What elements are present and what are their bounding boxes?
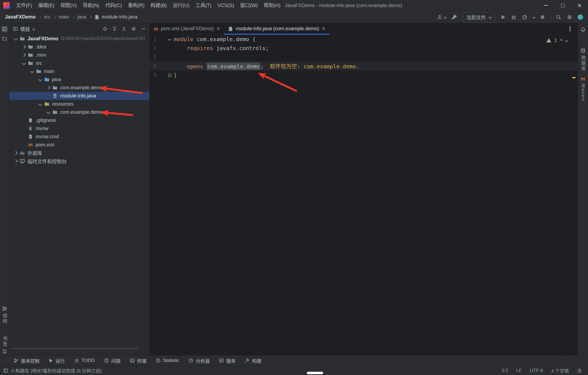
line-separator[interactable]: LF [516,368,522,373]
chevron-right-icon[interactable] [14,159,18,163]
menu-build[interactable]: 构建(B) [148,0,170,11]
fold-end-icon[interactable] [168,73,172,77]
tree-item-resources-com-example-demo[interactable]: com.example.demo [9,108,149,116]
menu-view[interactable]: 视图(V) [57,0,80,11]
chevron-down-icon[interactable] [47,110,50,114]
commit-toolwindow-button[interactable] [0,36,9,41]
settings-gear-icon[interactable] [567,14,572,20]
chevron-right-icon[interactable] [22,45,26,49]
menu-edit[interactable]: 编辑(E) [35,0,57,11]
profiler-button[interactable] [522,14,527,20]
services-toolwindow-button[interactable]: 服务 [219,357,235,364]
run-button[interactable] [501,15,506,20]
ide-features-sphere-icon[interactable] [578,14,583,20]
chevron-down-icon[interactable] [38,78,42,81]
search-everywhere-icon[interactable] [556,14,561,20]
menu-window[interactable]: 窗口(W) [237,0,261,11]
run-toolwindow-button[interactable]: 运行 [49,357,65,364]
tree-item-mvnw[interactable]: mvnw [9,124,149,133]
menu-navigate[interactable]: 导航(N) [80,0,102,11]
panel-settings-gear-icon[interactable] [131,26,136,31]
tree-item-idea[interactable]: .idea [9,43,149,51]
bookmarks-toolwindow-button[interactable]: 书签 [0,336,9,354]
inspections-widget[interactable]: 1 [546,38,568,43]
indent-setting[interactable]: 4 个空格 [551,367,569,374]
menu-refactor[interactable]: 重构(R) [125,0,148,11]
user-account-button[interactable] [437,14,446,20]
menu-help[interactable]: 帮助(H) [261,0,283,11]
previous-problem-icon[interactable] [560,39,563,42]
close-button[interactable] [571,0,588,11]
fold-region-icon[interactable] [168,38,171,41]
menu-vcs[interactable]: VCS(S) [215,0,237,11]
chevron-right-icon[interactable] [22,53,26,57]
tab-pom-xml[interactable]: m pom.xml (JavaFXDemo) [150,23,224,34]
breadcrumb-file[interactable]: module-info.java [102,14,137,20]
menu-run[interactable]: 运行(U) [170,0,192,11]
tree-item-gitignore[interactable]: .gitignore [9,116,149,124]
line-number[interactable]: 2 [150,45,156,51]
lock-icon[interactable] [577,368,582,373]
maximize-button[interactable] [554,0,571,11]
tree-item-mvnw-cmd[interactable]: mvnw.cmd [9,133,149,141]
scrollbar-warning-mark[interactable] [572,77,575,78]
code-editor[interactable]: 1 module com.example.demo { 2 requires j… [150,35,578,355]
terminal-toolwindow-button[interactable]: 终端 [130,357,146,364]
tab-module-info[interactable]: module-info.java (com.example.demo) [224,23,329,34]
project-toolwindow-button[interactable] [0,26,9,32]
database-toolwindow-button[interactable]: 数据库 [578,48,588,72]
scroll-to-source-icon[interactable] [112,26,117,31]
line-number[interactable]: 1 [150,36,156,42]
tree-item-package-com-example-demo[interactable]: com.example.demo [9,84,149,92]
file-encoding[interactable]: UTF-8 [530,368,543,373]
breadcrumb-project[interactable]: JavaFXDemo [5,14,36,20]
tree-item-pom-xml[interactable]: m pom.xml [9,141,149,149]
menu-code[interactable]: 代码(C) [102,0,125,11]
minimize-button[interactable] [537,0,554,11]
chevron-down-icon[interactable] [30,69,34,73]
chevron-down-icon[interactable] [32,27,35,30]
close-tab-icon[interactable] [322,27,325,30]
profiler-toolwindow-button[interactable]: 分析器 [188,357,210,364]
caret-position[interactable]: 5:2 [502,368,508,373]
run-configuration-select[interactable]: 当前文件 [463,12,495,23]
locate-file-icon[interactable] [103,26,108,31]
chevron-down-icon[interactable] [38,102,42,106]
build-wrench-icon[interactable] [452,14,457,20]
chevron-down-icon[interactable] [14,37,18,41]
menu-file[interactable]: 文件(F) [13,0,35,11]
breadcrumb-src[interactable]: src [44,14,50,20]
notifications-toolwindow-button[interactable] [578,27,588,32]
build-toolwindow-button[interactable]: 构建 [245,357,261,364]
chevron-down-icon[interactable] [22,61,26,65]
statistic-toolwindow-button[interactable]: Statistic [156,358,179,363]
next-problem-icon[interactable] [565,39,568,42]
version-control-button[interactable]: 版本控制 [14,357,39,364]
collapse-all-icon[interactable] [122,26,127,31]
tree-item-external-libraries[interactable]: 外部库 [9,149,149,157]
chevron-down-icon[interactable] [532,16,535,19]
project-panel-title[interactable]: 项目 [20,25,30,32]
toolwindow-layout-icon[interactable] [3,368,8,373]
menu-tools[interactable]: 工具(T) [192,0,215,11]
breadcrumb-main[interactable]: main [59,14,69,20]
problems-toolwindow-button[interactable]: 问题 [104,357,121,364]
tree-item-javafxdemo-root[interactable]: JavaFXDemo D:\IDEAProjects\JCNCProjects\… [9,35,149,43]
todo-toolwindow-button[interactable]: TODO [74,358,95,363]
chevron-right-icon[interactable] [47,86,50,90]
tree-item-mvn[interactable]: .mvn [9,51,149,59]
tree-item-module-info-selected[interactable]: module-info.java [9,92,149,100]
line-number[interactable]: 5 [150,72,156,78]
line-number[interactable]: 3 [150,54,156,60]
maven-toolwindow-button[interactable]: m Maven [578,76,588,102]
breadcrumb-java[interactable]: java [77,14,86,20]
structure-toolwindow-button[interactable]: 结构 [0,306,9,324]
tree-item-src[interactable]: src [9,59,149,67]
line-number[interactable]: 4 [150,63,156,69]
tree-item-scratches[interactable]: 临时文件和控制台 [9,157,149,165]
horizontal-scrollbar[interactable] [11,348,138,349]
tree-item-resources[interactable]: resources [9,100,149,108]
tree-item-java[interactable]: java [9,75,149,84]
tree-item-main[interactable]: main [9,67,149,75]
stop-button[interactable] [540,15,545,19]
